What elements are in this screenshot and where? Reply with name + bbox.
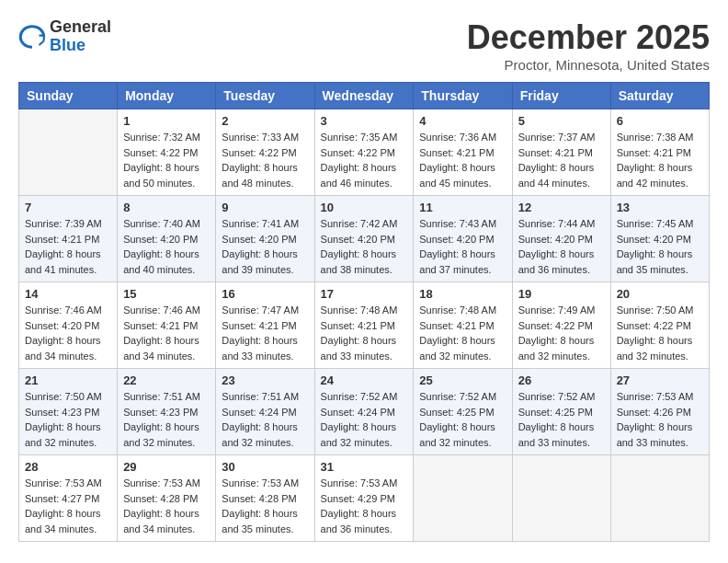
day-info: Sunrise: 7:41 AMSunset: 4:20 PMDaylight:…: [222, 216, 308, 277]
header-day-sunday: Sunday: [19, 83, 118, 109]
day-number: 21: [25, 373, 111, 387]
calendar-cell: 3Sunrise: 7:35 AMSunset: 4:22 PMDaylight…: [314, 109, 414, 196]
calendar-cell: 20Sunrise: 7:50 AMSunset: 4:22 PMDayligh…: [610, 282, 709, 369]
day-number: 5: [518, 114, 605, 128]
logo-general-text: General: [50, 17, 111, 36]
header-day-wednesday: Wednesday: [314, 83, 414, 109]
calendar-cell: 27Sunrise: 7:53 AMSunset: 4:26 PMDayligh…: [610, 369, 709, 455]
day-info: Sunrise: 7:52 AMSunset: 4:25 PMDaylight:…: [419, 389, 506, 450]
day-info: Sunrise: 7:53 AMSunset: 4:26 PMDaylight:…: [617, 389, 703, 450]
day-number: 15: [123, 287, 210, 301]
calendar-cell: 4Sunrise: 7:36 AMSunset: 4:21 PMDaylight…: [414, 109, 512, 196]
calendar-cell: 12Sunrise: 7:44 AMSunset: 4:20 PMDayligh…: [512, 196, 610, 282]
day-number: 6: [617, 114, 703, 128]
day-info: Sunrise: 7:48 AMSunset: 4:21 PMDaylight:…: [321, 303, 408, 363]
day-number: 8: [123, 201, 210, 214]
day-number: 16: [222, 287, 308, 301]
header-day-tuesday: Tuesday: [216, 83, 314, 109]
day-number: 20: [617, 287, 703, 301]
day-number: 12: [518, 201, 605, 214]
calendar-cell: 10Sunrise: 7:42 AMSunset: 4:20 PMDayligh…: [314, 196, 414, 282]
day-number: 27: [617, 373, 703, 387]
calendar-cell: [610, 455, 709, 542]
calendar-cell: 9Sunrise: 7:41 AMSunset: 4:20 PMDaylight…: [216, 196, 314, 282]
calendar-cell: 1Sunrise: 7:32 AMSunset: 4:22 PMDaylight…: [118, 109, 216, 196]
day-info: Sunrise: 7:40 AMSunset: 4:20 PMDaylight:…: [123, 216, 210, 277]
day-number: 24: [321, 373, 408, 387]
day-number: 11: [419, 201, 506, 214]
calendar-cell: 30Sunrise: 7:53 AMSunset: 4:28 PMDayligh…: [216, 455, 314, 542]
calendar-cell: 14Sunrise: 7:46 AMSunset: 4:20 PMDayligh…: [19, 282, 118, 369]
calendar-cell: 23Sunrise: 7:51 AMSunset: 4:24 PMDayligh…: [216, 369, 314, 455]
calendar-cell: 26Sunrise: 7:52 AMSunset: 4:25 PMDayligh…: [512, 369, 610, 455]
calendar-cell: 29Sunrise: 7:53 AMSunset: 4:28 PMDayligh…: [118, 455, 216, 542]
calendar-cell: [512, 455, 610, 542]
logo: General Blue: [18, 18, 111, 55]
day-info: Sunrise: 7:51 AMSunset: 4:23 PMDaylight:…: [123, 389, 210, 450]
day-info: Sunrise: 7:48 AMSunset: 4:21 PMDaylight:…: [419, 303, 506, 363]
day-info: Sunrise: 7:51 AMSunset: 4:24 PMDaylight:…: [222, 389, 308, 450]
day-info: Sunrise: 7:39 AMSunset: 4:21 PMDaylight:…: [25, 216, 111, 277]
calendar-header-row: SundayMondayTuesdayWednesdayThursdayFrid…: [19, 83, 710, 109]
calendar-cell: 7Sunrise: 7:39 AMSunset: 4:21 PMDaylight…: [19, 196, 118, 282]
calendar-cell: 28Sunrise: 7:53 AMSunset: 4:27 PMDayligh…: [19, 455, 118, 542]
day-info: Sunrise: 7:52 AMSunset: 4:25 PMDaylight:…: [518, 389, 605, 450]
day-number: 19: [518, 287, 605, 301]
day-number: 9: [222, 201, 308, 214]
calendar-cell: 24Sunrise: 7:52 AMSunset: 4:24 PMDayligh…: [314, 369, 414, 455]
day-number: 18: [419, 287, 506, 301]
calendar-cell: 13Sunrise: 7:45 AMSunset: 4:20 PMDayligh…: [610, 196, 709, 282]
day-number: 14: [25, 287, 111, 301]
title-block: December 2025 Proctor, Minnesota, United…: [467, 18, 710, 73]
day-info: Sunrise: 7:36 AMSunset: 4:21 PMDaylight:…: [419, 130, 506, 190]
day-info: Sunrise: 7:37 AMSunset: 4:21 PMDaylight:…: [518, 130, 605, 190]
header-day-thursday: Thursday: [414, 83, 512, 109]
calendar-cell: 11Sunrise: 7:43 AMSunset: 4:20 PMDayligh…: [414, 196, 512, 282]
calendar-subtitle: Proctor, Minnesota, United States: [467, 57, 710, 73]
day-info: Sunrise: 7:47 AMSunset: 4:21 PMDaylight:…: [222, 303, 308, 363]
calendar-cell: [414, 455, 512, 542]
calendar-cell: 15Sunrise: 7:46 AMSunset: 4:21 PMDayligh…: [118, 282, 216, 369]
calendar-cell: 21Sunrise: 7:50 AMSunset: 4:23 PMDayligh…: [19, 369, 118, 455]
day-info: Sunrise: 7:35 AMSunset: 4:22 PMDaylight:…: [321, 130, 408, 190]
calendar-cell: 5Sunrise: 7:37 AMSunset: 4:21 PMDaylight…: [512, 109, 610, 196]
day-info: Sunrise: 7:46 AMSunset: 4:21 PMDaylight:…: [123, 303, 210, 363]
header-day-monday: Monday: [118, 83, 216, 109]
calendar-cell: 25Sunrise: 7:52 AMSunset: 4:25 PMDayligh…: [414, 369, 512, 455]
calendar-week-row: 14Sunrise: 7:46 AMSunset: 4:20 PMDayligh…: [19, 282, 710, 369]
day-info: Sunrise: 7:42 AMSunset: 4:20 PMDaylight:…: [321, 216, 408, 277]
day-info: Sunrise: 7:33 AMSunset: 4:22 PMDaylight:…: [222, 130, 308, 190]
header: General Blue December 2025 Proctor, Minn…: [18, 18, 710, 73]
calendar-cell: 31Sunrise: 7:53 AMSunset: 4:29 PMDayligh…: [314, 455, 414, 542]
day-number: 3: [321, 114, 408, 128]
calendar-week-row: 21Sunrise: 7:50 AMSunset: 4:23 PMDayligh…: [19, 369, 710, 455]
calendar-week-row: 28Sunrise: 7:53 AMSunset: 4:27 PMDayligh…: [19, 455, 710, 542]
day-info: Sunrise: 7:45 AMSunset: 4:20 PMDaylight:…: [617, 216, 703, 277]
day-number: 2: [222, 114, 308, 128]
day-number: 28: [25, 460, 111, 474]
calendar-cell: 18Sunrise: 7:48 AMSunset: 4:21 PMDayligh…: [414, 282, 512, 369]
calendar-week-row: 7Sunrise: 7:39 AMSunset: 4:21 PMDaylight…: [19, 196, 710, 282]
day-number: 31: [321, 460, 408, 474]
calendar-cell: [19, 109, 118, 196]
day-number: 4: [419, 114, 506, 128]
day-number: 30: [222, 460, 308, 474]
header-day-saturday: Saturday: [610, 83, 709, 109]
day-info: Sunrise: 7:49 AMSunset: 4:22 PMDaylight:…: [518, 303, 605, 363]
calendar-cell: 22Sunrise: 7:51 AMSunset: 4:23 PMDayligh…: [118, 369, 216, 455]
day-number: 25: [419, 373, 506, 387]
logo-icon: [18, 23, 46, 51]
calendar-cell: 8Sunrise: 7:40 AMSunset: 4:20 PMDaylight…: [118, 196, 216, 282]
day-number: 13: [617, 201, 703, 214]
logo-blue-text: Blue: [50, 36, 85, 54]
day-info: Sunrise: 7:52 AMSunset: 4:24 PMDaylight:…: [321, 389, 408, 450]
day-number: 26: [518, 373, 605, 387]
day-number: 22: [123, 373, 210, 387]
day-info: Sunrise: 7:53 AMSunset: 4:27 PMDaylight:…: [25, 476, 111, 536]
day-number: 29: [123, 460, 210, 474]
calendar-cell: 6Sunrise: 7:38 AMSunset: 4:21 PMDaylight…: [610, 109, 709, 196]
calendar-cell: 2Sunrise: 7:33 AMSunset: 4:22 PMDaylight…: [216, 109, 314, 196]
calendar-cell: 16Sunrise: 7:47 AMSunset: 4:21 PMDayligh…: [216, 282, 314, 369]
calendar-cell: 17Sunrise: 7:48 AMSunset: 4:21 PMDayligh…: [314, 282, 414, 369]
day-info: Sunrise: 7:53 AMSunset: 4:28 PMDaylight:…: [222, 476, 308, 536]
